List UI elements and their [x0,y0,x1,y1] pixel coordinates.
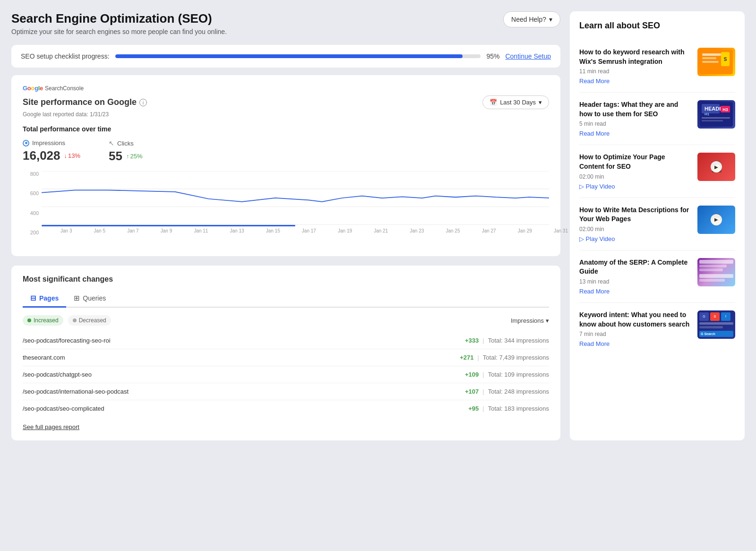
sidebar-card: Learn all about SEO How to do keyword re… [570,11,745,440]
svg-rect-16 [702,117,730,119]
learn-item-5: Keyword intent: What you need to know ab… [579,303,735,355]
badge-increased: Increased [23,315,63,326]
learn-item-link-5[interactable]: Read More [579,340,691,347]
svg-text:H3: H3 [722,107,728,112]
learn-item-1: Header tags: What they are and how to us… [579,93,735,145]
search-console-label: SearchConsole [45,85,84,92]
learn-item-title-1: Header tags: What they are and how to us… [579,100,691,119]
pages-tab-icon: ⊟ [30,294,36,302]
learn-item-content-5: Keyword intent: What you need to know ab… [579,310,691,347]
date-filter-label: Last 30 Days [500,99,536,106]
google-logo: Google SearchConsole [23,85,549,92]
table-row: /seo-podcast/international-seo-podcast +… [23,383,549,400]
learn-item-thumb-2: 👩 ▶ [697,153,735,181]
y-axis: 800 600 400 200 [23,171,42,235]
row-url: /seo-podcast/seo-complicated [23,405,104,412]
learn-item-meta-0: 11 min read [579,68,691,75]
continue-setup-link[interactable]: Continue Setup [505,52,551,60]
impressions-label: Impressions [23,139,80,146]
learn-item-meta-5: 7 min read [579,331,691,337]
learn-item-content-3: How to Write Meta Descriptions for Your … [579,206,691,242]
learn-item-link-1[interactable]: Read More [579,130,691,137]
last-reported-text: Google last reported data: 1/31/23 [23,111,549,118]
changes-card: Most significant changes ⊟ Pages ⊞ Queri… [11,266,560,440]
data-table: /seo-podcast/forecasting-seo-roi +333 | … [23,332,549,417]
learn-item-link-0[interactable]: Read More [579,77,691,85]
tab-queries[interactable]: ⊞ Queries [66,290,113,308]
row-url: /seo-podcast/forecasting-seo-roi [23,337,111,344]
learn-item-title-4: Anatomy of the SERP: A Complete Guide [579,258,691,276]
date-filter-button[interactable]: 📅 Last 30 Days ▾ [482,95,549,109]
sidebar-title: Learn all about SEO [579,21,735,31]
perf-card-header: Site performance on Google i 📅 Last 30 D… [23,95,549,109]
clicks-value: 55 ↑ 25% [109,149,142,164]
thumb-content-0: S [697,48,735,76]
learn-item-2: How to Optimize Your Page Content for SE… [579,145,735,198]
learn-item-content-4: Anatomy of the SERP: A Complete Guide 13… [579,258,691,295]
chevron-down-icon: ▾ [539,99,542,106]
sidebar: Learn all about SEO How to do keyword re… [570,11,745,440]
tab-pages[interactable]: ⊟ Pages [23,290,66,308]
learn-item-title-0: How to do keyword research with Wix's Se… [579,48,691,66]
tabs-row: ⊟ Pages ⊞ Queries [23,290,549,308]
learn-item-thumb-1: HEADING H1 H3 [697,100,735,129]
progress-label: SEO setup checklist progress: [21,52,110,60]
row-stats: +109 | Total: 109 impressions [465,371,549,378]
cursor-icon: ↖ [109,139,114,147]
page-title: Search Engine Optimization (SEO) [11,11,227,26]
learn-item-3: How to Write Meta Descriptions for Your … [579,198,735,250]
badges-left: Increased Decreased [23,315,111,326]
chart-grid: Jan 3 Jan 5 Jan 7 Jan 9 Jan 11 Jan 13 Ja… [42,171,549,235]
svg-rect-7 [702,61,719,63]
learn-item-link-4[interactable]: Read More [579,288,691,295]
impressions-filter[interactable]: Impressions ▾ [511,317,549,324]
queries-tab-icon: ⊞ [74,294,80,302]
clicks-metric: ↖ Clicks 55 ↑ 25% [109,139,142,164]
badge-decreased: Decreased [68,315,111,326]
play-icon-2: ▶ [711,161,722,172]
svg-rect-6 [702,57,716,59]
performance-chart: 800 600 400 200 [23,171,549,247]
tab-pages-label: Pages [39,294,59,302]
learn-item-content-1: Header tags: What they are and how to us… [579,100,691,137]
table-row: /seo-podcast/chatgpt-seo +109 | Total: 1… [23,366,549,383]
impressions-change: ↓ 13% [64,152,81,159]
row-stats: +333 | Total: 344 impressions [465,337,549,344]
changes-title: Most significant changes [23,275,549,284]
impressions-value: 16,028 ↓ 13% [23,148,80,163]
svg-rect-17 [702,120,723,121]
row-stats: +271 | Total: 7,439 impressions [460,354,549,361]
learn-item-link-3[interactable]: ▷ Play Video [579,235,691,242]
performance-title: Site performance on Google [23,97,137,107]
chevron-down-icon: ▾ [549,16,552,23]
thumb-content-1: HEADING H1 H3 [697,100,735,129]
need-help-label: Need Help? [511,16,546,23]
increased-dot [27,319,31,322]
learn-item-thumb-3: 👨 ▶ [697,206,735,234]
see-full-report-link[interactable]: See full pages report [23,423,79,430]
learn-item-content-2: How to Optimize Your Page Content for SE… [579,153,691,189]
row-stats: +107 | Total: 248 impressions [465,388,549,395]
impressions-icon [23,140,29,146]
table-row: theseorant.com +271 | Total: 7,439 impre… [23,349,549,366]
info-icon[interactable]: i [139,99,147,106]
learn-item-title-2: How to Optimize Your Page Content for SE… [579,153,691,171]
learn-item-0: How to do keyword research with Wix's Se… [579,40,735,93]
learn-item-thumb-4 [697,258,735,286]
decreased-dot [73,319,77,322]
learn-item-content-0: How to do keyword research with Wix's Se… [579,48,691,85]
need-help-button[interactable]: Need Help? ▾ [503,11,560,27]
learn-item-link-2[interactable]: ▷ Play Video [579,183,691,190]
calendar-icon: 📅 [490,99,497,106]
learn-item-thumb-0: S [697,48,735,76]
badges-row: Increased Decreased Impressions ▾ [23,315,549,326]
row-stats: +95 | Total: 183 impressions [468,405,549,412]
learn-item-thumb-5: G B f G Search [697,310,735,339]
row-url: /seo-podcast/chatgpt-seo [23,371,92,378]
progress-bar-fill [115,54,463,58]
learn-item-meta-4: 13 min read [579,278,691,285]
svg-text:H1: H1 [704,112,710,116]
progress-bar-wrap [115,54,481,58]
learn-item-title-3: How to Write Meta Descriptions for Your … [579,206,691,224]
clicks-change: ↑ 25% [126,153,143,160]
